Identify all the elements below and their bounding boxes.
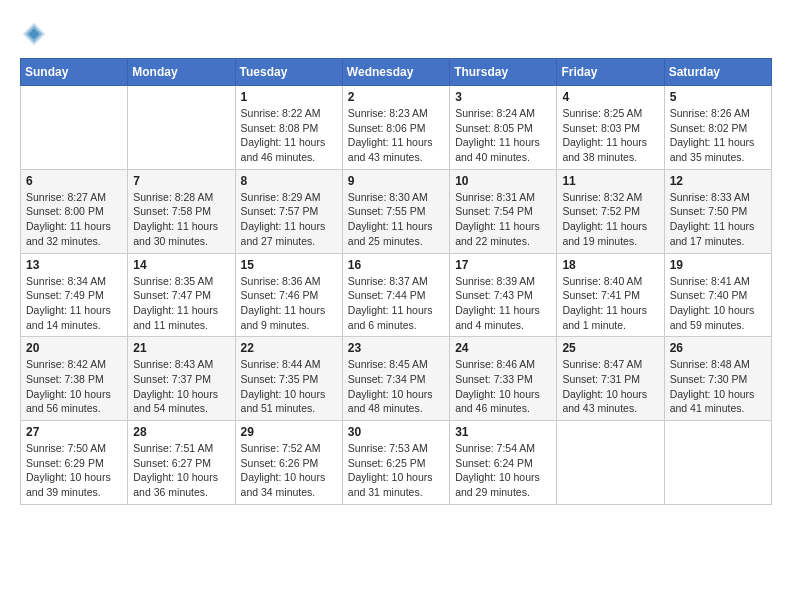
calendar-cell: 28Sunrise: 7:51 AM Sunset: 6:27 PM Dayli… <box>128 421 235 505</box>
day-number: 11 <box>562 174 658 188</box>
day-info: Sunrise: 8:36 AM Sunset: 7:46 PM Dayligh… <box>241 274 337 333</box>
calendar-cell: 9Sunrise: 8:30 AM Sunset: 7:55 PM Daylig… <box>342 169 449 253</box>
day-info: Sunrise: 8:29 AM Sunset: 7:57 PM Dayligh… <box>241 190 337 249</box>
calendar-cell: 18Sunrise: 8:40 AM Sunset: 7:41 PM Dayli… <box>557 253 664 337</box>
day-info: Sunrise: 8:35 AM Sunset: 7:47 PM Dayligh… <box>133 274 229 333</box>
day-number: 24 <box>455 341 551 355</box>
calendar-cell: 25Sunrise: 8:47 AM Sunset: 7:31 PM Dayli… <box>557 337 664 421</box>
calendar-cell: 11Sunrise: 8:32 AM Sunset: 7:52 PM Dayli… <box>557 169 664 253</box>
day-info: Sunrise: 8:27 AM Sunset: 8:00 PM Dayligh… <box>26 190 122 249</box>
day-info: Sunrise: 8:34 AM Sunset: 7:49 PM Dayligh… <box>26 274 122 333</box>
day-number: 15 <box>241 258 337 272</box>
day-info: Sunrise: 8:45 AM Sunset: 7:34 PM Dayligh… <box>348 357 444 416</box>
day-info: Sunrise: 7:52 AM Sunset: 6:26 PM Dayligh… <box>241 441 337 500</box>
calendar-cell: 14Sunrise: 8:35 AM Sunset: 7:47 PM Dayli… <box>128 253 235 337</box>
day-number: 18 <box>562 258 658 272</box>
day-info: Sunrise: 8:31 AM Sunset: 7:54 PM Dayligh… <box>455 190 551 249</box>
column-header-monday: Monday <box>128 59 235 86</box>
calendar-table: SundayMondayTuesdayWednesdayThursdayFrid… <box>20 58 772 505</box>
calendar-cell: 30Sunrise: 7:53 AM Sunset: 6:25 PM Dayli… <box>342 421 449 505</box>
day-number: 16 <box>348 258 444 272</box>
day-info: Sunrise: 7:53 AM Sunset: 6:25 PM Dayligh… <box>348 441 444 500</box>
calendar-cell: 19Sunrise: 8:41 AM Sunset: 7:40 PM Dayli… <box>664 253 771 337</box>
day-number: 3 <box>455 90 551 104</box>
column-header-wednesday: Wednesday <box>342 59 449 86</box>
day-number: 30 <box>348 425 444 439</box>
day-number: 4 <box>562 90 658 104</box>
day-info: Sunrise: 8:33 AM Sunset: 7:50 PM Dayligh… <box>670 190 766 249</box>
day-info: Sunrise: 8:46 AM Sunset: 7:33 PM Dayligh… <box>455 357 551 416</box>
column-header-sunday: Sunday <box>21 59 128 86</box>
day-info: Sunrise: 8:47 AM Sunset: 7:31 PM Dayligh… <box>562 357 658 416</box>
day-info: Sunrise: 8:22 AM Sunset: 8:08 PM Dayligh… <box>241 106 337 165</box>
day-info: Sunrise: 8:25 AM Sunset: 8:03 PM Dayligh… <box>562 106 658 165</box>
calendar-cell <box>21 86 128 170</box>
calendar-cell: 22Sunrise: 8:44 AM Sunset: 7:35 PM Dayli… <box>235 337 342 421</box>
column-header-thursday: Thursday <box>450 59 557 86</box>
calendar-cell <box>128 86 235 170</box>
calendar-week-5: 27Sunrise: 7:50 AM Sunset: 6:29 PM Dayli… <box>21 421 772 505</box>
day-info: Sunrise: 8:23 AM Sunset: 8:06 PM Dayligh… <box>348 106 444 165</box>
day-info: Sunrise: 8:24 AM Sunset: 8:05 PM Dayligh… <box>455 106 551 165</box>
calendar-cell: 13Sunrise: 8:34 AM Sunset: 7:49 PM Dayli… <box>21 253 128 337</box>
calendar-cell: 1Sunrise: 8:22 AM Sunset: 8:08 PM Daylig… <box>235 86 342 170</box>
day-info: Sunrise: 8:48 AM Sunset: 7:30 PM Dayligh… <box>670 357 766 416</box>
column-header-saturday: Saturday <box>664 59 771 86</box>
calendar-cell: 12Sunrise: 8:33 AM Sunset: 7:50 PM Dayli… <box>664 169 771 253</box>
day-number: 23 <box>348 341 444 355</box>
calendar-week-1: 1Sunrise: 8:22 AM Sunset: 8:08 PM Daylig… <box>21 86 772 170</box>
day-number: 8 <box>241 174 337 188</box>
calendar-cell: 6Sunrise: 8:27 AM Sunset: 8:00 PM Daylig… <box>21 169 128 253</box>
day-number: 5 <box>670 90 766 104</box>
day-info: Sunrise: 8:43 AM Sunset: 7:37 PM Dayligh… <box>133 357 229 416</box>
column-header-tuesday: Tuesday <box>235 59 342 86</box>
page-header <box>20 20 772 48</box>
logo <box>20 20 52 48</box>
calendar-cell: 15Sunrise: 8:36 AM Sunset: 7:46 PM Dayli… <box>235 253 342 337</box>
day-number: 29 <box>241 425 337 439</box>
day-number: 6 <box>26 174 122 188</box>
calendar-cell: 2Sunrise: 8:23 AM Sunset: 8:06 PM Daylig… <box>342 86 449 170</box>
day-number: 17 <box>455 258 551 272</box>
day-info: Sunrise: 7:54 AM Sunset: 6:24 PM Dayligh… <box>455 441 551 500</box>
calendar-cell <box>664 421 771 505</box>
calendar-cell: 3Sunrise: 8:24 AM Sunset: 8:05 PM Daylig… <box>450 86 557 170</box>
calendar-cell: 4Sunrise: 8:25 AM Sunset: 8:03 PM Daylig… <box>557 86 664 170</box>
calendar-cell: 17Sunrise: 8:39 AM Sunset: 7:43 PM Dayli… <box>450 253 557 337</box>
day-number: 21 <box>133 341 229 355</box>
calendar-cell: 23Sunrise: 8:45 AM Sunset: 7:34 PM Dayli… <box>342 337 449 421</box>
day-number: 27 <box>26 425 122 439</box>
day-info: Sunrise: 8:26 AM Sunset: 8:02 PM Dayligh… <box>670 106 766 165</box>
calendar-cell: 21Sunrise: 8:43 AM Sunset: 7:37 PM Dayli… <box>128 337 235 421</box>
day-info: Sunrise: 8:41 AM Sunset: 7:40 PM Dayligh… <box>670 274 766 333</box>
calendar-cell: 16Sunrise: 8:37 AM Sunset: 7:44 PM Dayli… <box>342 253 449 337</box>
calendar-week-2: 6Sunrise: 8:27 AM Sunset: 8:00 PM Daylig… <box>21 169 772 253</box>
day-info: Sunrise: 8:44 AM Sunset: 7:35 PM Dayligh… <box>241 357 337 416</box>
logo-icon <box>20 20 48 48</box>
day-number: 19 <box>670 258 766 272</box>
day-info: Sunrise: 8:28 AM Sunset: 7:58 PM Dayligh… <box>133 190 229 249</box>
day-number: 26 <box>670 341 766 355</box>
calendar-cell: 5Sunrise: 8:26 AM Sunset: 8:02 PM Daylig… <box>664 86 771 170</box>
day-info: Sunrise: 8:30 AM Sunset: 7:55 PM Dayligh… <box>348 190 444 249</box>
calendar-cell: 8Sunrise: 8:29 AM Sunset: 7:57 PM Daylig… <box>235 169 342 253</box>
calendar-week-3: 13Sunrise: 8:34 AM Sunset: 7:49 PM Dayli… <box>21 253 772 337</box>
calendar-week-4: 20Sunrise: 8:42 AM Sunset: 7:38 PM Dayli… <box>21 337 772 421</box>
day-info: Sunrise: 8:32 AM Sunset: 7:52 PM Dayligh… <box>562 190 658 249</box>
day-info: Sunrise: 8:37 AM Sunset: 7:44 PM Dayligh… <box>348 274 444 333</box>
calendar-cell: 7Sunrise: 8:28 AM Sunset: 7:58 PM Daylig… <box>128 169 235 253</box>
day-info: Sunrise: 8:42 AM Sunset: 7:38 PM Dayligh… <box>26 357 122 416</box>
day-number: 22 <box>241 341 337 355</box>
day-number: 2 <box>348 90 444 104</box>
calendar-cell: 31Sunrise: 7:54 AM Sunset: 6:24 PM Dayli… <box>450 421 557 505</box>
calendar-cell: 27Sunrise: 7:50 AM Sunset: 6:29 PM Dayli… <box>21 421 128 505</box>
day-number: 10 <box>455 174 551 188</box>
day-number: 12 <box>670 174 766 188</box>
calendar-cell: 26Sunrise: 8:48 AM Sunset: 7:30 PM Dayli… <box>664 337 771 421</box>
day-number: 1 <box>241 90 337 104</box>
column-header-friday: Friday <box>557 59 664 86</box>
day-number: 31 <box>455 425 551 439</box>
day-info: Sunrise: 7:51 AM Sunset: 6:27 PM Dayligh… <box>133 441 229 500</box>
day-number: 14 <box>133 258 229 272</box>
day-number: 28 <box>133 425 229 439</box>
